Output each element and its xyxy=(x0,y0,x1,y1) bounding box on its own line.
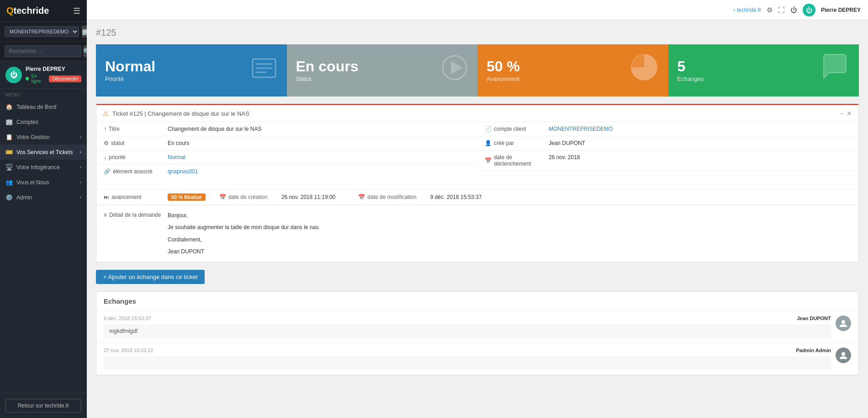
chevron-down-icon: › xyxy=(80,195,81,200)
sidebar-item-vos-services[interactable]: 🎫 Vos Services et Tickets › xyxy=(0,145,87,160)
compte-value[interactable]: MONENTREPRISEDEMO xyxy=(549,126,851,132)
message-line-3: Cordialement, xyxy=(168,235,851,244)
download-icon: ↓ xyxy=(104,154,106,161)
page-title: #125 xyxy=(96,27,859,38)
list-icon: ≡ xyxy=(104,212,107,218)
user-status: En ligne Déconnecter xyxy=(26,74,81,84)
topbar-username: Pierre DEPREY xyxy=(821,7,861,13)
sidebar-item-label: Admin xyxy=(16,194,32,201)
ticket-header-title: Ticket #125 | Changement de disque dur s… xyxy=(112,110,836,117)
detail-row-statut: ⚙ statut En cours xyxy=(96,136,477,150)
stat-card-echanges: 5 Echanges xyxy=(668,44,859,96)
topbar-avatar: ⏻ xyxy=(803,4,815,16)
message-line-2: Je souhaite augmenter la taille de mon d… xyxy=(168,223,851,232)
stat-card-avancement: 50 % Avancement xyxy=(477,44,668,96)
chevron-down-icon: › xyxy=(80,150,81,155)
sidebar-item-admin[interactable]: ⚙️ Admin › xyxy=(0,190,87,205)
stat-card-label: Priorité xyxy=(105,75,155,82)
stat-card-text: Normal Priorité xyxy=(105,59,155,82)
user-info: Pierre DEPREY En ligne Déconnecter xyxy=(26,66,81,84)
company-selector: MONENTREPRISEDEMO 🏢 xyxy=(0,22,87,42)
exchanges-header: Echanges xyxy=(96,292,858,311)
detail-label: ≡ Détail de la demande xyxy=(104,211,168,218)
compte-label: 📄 compte client xyxy=(485,126,549,132)
pie-chart-icon xyxy=(630,53,659,88)
cree-par-value: Jean DUPONT xyxy=(549,140,851,146)
sidebar-item-label: Vos Services et Tickets xyxy=(16,149,73,155)
company-select[interactable]: MONENTREPRISEDEMO xyxy=(5,26,79,37)
stat-card-value: 5 xyxy=(677,59,704,74)
date-declenchement-label: 📅 date de déclenchement xyxy=(485,154,549,167)
exchange-avatar xyxy=(836,316,851,331)
fullscreen-icon[interactable]: ⛶ xyxy=(778,6,785,14)
company-icon-button[interactable]: 🏢 xyxy=(82,26,87,38)
detail-row-priorite: ↓ priorité Normal xyxy=(96,150,477,165)
sidebar-item-votre-gestion[interactable]: 📋 Votre Gestion › xyxy=(0,129,87,145)
gear-icon: ⚙️ xyxy=(5,194,13,201)
exchange-meta: 9 déc. 2018 15:53:37 Jean DUPONT mgkdfml… xyxy=(104,316,831,338)
date-creation-value: 26 nov. 2018 11:19:00 xyxy=(281,194,336,200)
hamburger-icon[interactable]: ☰ xyxy=(73,6,80,16)
users-icon: 👥 xyxy=(5,179,13,186)
back-to-techride-button[interactable]: Retour sur techride.fr xyxy=(5,399,81,413)
disconnect-button[interactable]: Déconnecter xyxy=(49,75,81,82)
up-arrow-icon: ↑ xyxy=(104,126,106,132)
priorite-label: ↓ priorité xyxy=(104,154,168,161)
settings-icon[interactable]: ⚙ xyxy=(767,6,773,14)
exchange-item: 27 nov. 2018 10:23:22 Padmin Admin xyxy=(96,343,858,375)
calendar-icon: 📅 xyxy=(219,194,226,200)
menu-label: Menu xyxy=(0,89,87,99)
cree-par-label: 👤 créé par xyxy=(485,140,549,146)
search-input[interactable] xyxy=(5,45,81,57)
exchanges-card: Echanges 9 déc. 2018 15:53:37 Jean DUPON… xyxy=(96,291,859,375)
sidebar-item-label: Tableau de Bord xyxy=(16,104,56,110)
avancement-label: ⏭ avancement xyxy=(104,194,168,200)
stat-card-statut: En cours Statut xyxy=(287,44,478,96)
forward-icon: ⏭ xyxy=(104,194,109,200)
detail-row-compte: 📄 compte client MONENTREPRISEDEMO xyxy=(477,122,858,136)
user-name: Pierre DEPREY xyxy=(26,66,81,72)
chat-icon xyxy=(820,53,850,88)
exchange-author: Padmin Admin xyxy=(796,348,831,353)
stat-cards: Normal Priorité En cours Statut xyxy=(96,44,859,96)
svg-point-8 xyxy=(842,352,845,356)
list-icon xyxy=(250,56,278,86)
main-content: ‹ techride.fr ⚙ ⛶ ⏻ ⏻ Pierre DEPREY #125… xyxy=(87,0,868,418)
minimize-button[interactable]: − xyxy=(840,110,844,117)
sidebar-footer: Retour sur techride.fr xyxy=(0,393,87,418)
power-icon[interactable]: ⏻ xyxy=(790,6,797,14)
chevron-down-icon: › xyxy=(80,180,81,185)
date-creation-label: date de création xyxy=(228,194,268,200)
chevron-down-icon: › xyxy=(80,134,81,139)
stat-card-label: Echanges xyxy=(677,75,704,82)
sidebar-item-vous-et-nous[interactable]: 👥 Vous et Nous › xyxy=(0,175,87,190)
search-box: 🔍 xyxy=(0,42,87,61)
exchange-date: 9 déc. 2018 15:53:37 xyxy=(104,316,151,321)
exchange-content: mgkdfmlgdf xyxy=(104,324,831,338)
sidebar-item-votre-infogerance[interactable]: 🖥️ Votre Infogérance › xyxy=(0,160,87,175)
stat-card-label: Avancement xyxy=(487,75,520,82)
avancement-badge: 50 % Réalisé xyxy=(168,193,206,201)
exchange-meta: 27 nov. 2018 10:23:22 Padmin Admin xyxy=(104,348,831,370)
sidebar: Qtechride ☰ MONENTREPRISEDEMO 🏢 🔍 ⏻ Pier… xyxy=(0,0,87,418)
sidebar-item-comptes[interactable]: 🏢 Comptes xyxy=(0,114,87,129)
gear-small-icon: ⚙ xyxy=(104,140,109,146)
add-exchange-button[interactable]: + Ajouter un échange dans ce ticket xyxy=(96,270,205,284)
search-button[interactable]: 🔍 xyxy=(83,45,87,57)
date-modification-label: date de modification xyxy=(367,194,416,200)
user-section: ⏻ Pierre DEPREY En ligne Déconnecter xyxy=(0,61,87,89)
stat-card-value: 50 % xyxy=(487,59,520,74)
statut-label: ⚙ statut xyxy=(104,140,168,146)
detail-row-placeholder xyxy=(477,171,858,189)
titre-label: ↑ Titre xyxy=(104,126,168,132)
close-button[interactable]: ✕ xyxy=(847,110,852,117)
topbar-link[interactable]: ‹ techride.fr xyxy=(734,7,762,13)
element-value[interactable]: qnapnas001 xyxy=(168,168,470,175)
exchange-header-row: 27 nov. 2018 10:23:22 Padmin Admin xyxy=(104,348,831,353)
sidebar-item-tableau-bord[interactable]: 🏠 Tableau de Bord xyxy=(0,99,87,114)
calendar-icon: 📅 xyxy=(485,157,492,164)
home-icon: 🏠 xyxy=(5,103,13,110)
content-area: #125 Normal Priorité xyxy=(87,20,868,418)
stat-card-priorite: Normal Priorité xyxy=(96,44,287,96)
stat-card-text: 5 Echanges xyxy=(677,59,704,82)
